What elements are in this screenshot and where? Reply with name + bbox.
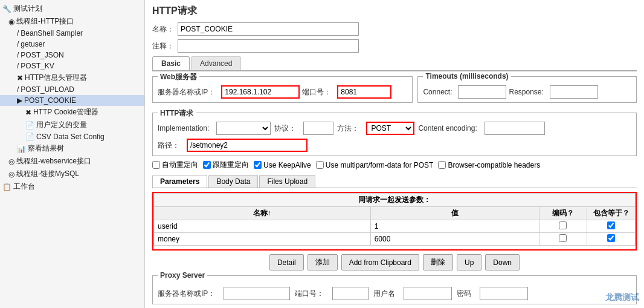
path-input[interactable]	[187, 139, 308, 152]
keepalive-label: Use KeepAlive	[263, 161, 311, 169]
encoding-input[interactable]	[485, 122, 545, 135]
sidebar-item-beanshell[interactable]: / BeanShell Sampler	[0, 28, 144, 39]
proxy-title: Proxy Server	[158, 271, 207, 280]
browser-headers-input[interactable]	[438, 161, 446, 169]
sidebar-item-cookie-manager[interactable]: ✖ HTTP Cookie管理器	[0, 106, 144, 119]
follow-redirect-input[interactable]	[203, 161, 211, 169]
name-input[interactable]	[178, 22, 359, 36]
sidebar-item-getuser[interactable]: / getuser	[0, 39, 144, 50]
tab-files-upload[interactable]: Files Upload	[259, 175, 315, 188]
beanshell-icon: /	[17, 29, 19, 38]
auto-redirect-input[interactable]	[152, 161, 160, 169]
encode-checkbox-2[interactable]	[559, 234, 567, 242]
tab-parameters[interactable]: Parameters	[152, 175, 207, 188]
proxy-server-group: Proxy Server 服务器名称或IP： 端口号： 用户名 密码	[152, 275, 637, 304]
method-label: 方法：	[337, 123, 359, 134]
comment-label: 注释：	[152, 41, 174, 51]
keepalive-checkbox[interactable]: Use KeepAlive	[254, 161, 311, 169]
sidebar-item-http-header[interactable]: ✖ HTTP信息头管理器	[0, 71, 144, 84]
proxy-server-input[interactable]	[224, 287, 290, 300]
params-section-label: 同请求一起发送参数：	[154, 194, 636, 207]
comment-row: 注释：	[152, 39, 637, 53]
port-input[interactable]	[337, 85, 391, 99]
mysql-icon: ◎	[8, 170, 14, 179]
auto-redirect-checkbox[interactable]: 自动重定向	[152, 160, 198, 170]
param-encode-2	[539, 233, 587, 246]
sidebar: 🔧 测试计划 ◉ 线程组-HTTP接口 / BeanShell Sampler …	[0, 0, 145, 308]
implementation-select[interactable]	[216, 122, 271, 135]
param-name-2: money	[154, 233, 371, 246]
post-upload-icon: /	[17, 85, 19, 94]
sidebar-item-post-kv[interactable]: / POST_KV	[0, 61, 144, 71]
impl-label: Implementation:	[158, 124, 209, 133]
inner-tabs: Parameters Body Data Files Upload	[152, 175, 637, 188]
protocol-input[interactable]	[303, 122, 333, 135]
col-value-header: 值	[370, 207, 539, 220]
browser-headers-label: Browser-compatible headers	[448, 161, 540, 169]
sidebar-item-post-json[interactable]: / POST_JSON	[0, 50, 144, 61]
method-select[interactable]: POST GET	[366, 122, 414, 135]
post-cookie-icon: ▶	[17, 96, 22, 105]
connect-input[interactable]	[458, 85, 506, 99]
sidebar-item-result-tree[interactable]: 📊 察看结果树	[0, 142, 144, 155]
keepalive-input[interactable]	[254, 161, 262, 169]
proxy-username-label: 用户名	[373, 289, 395, 299]
page-title: HTTP请求	[152, 5, 637, 18]
http-request-group: HTTP请求 Implementation: 协议： 方法： POST GET …	[152, 113, 637, 156]
auto-redirect-label: 自动重定向	[162, 160, 198, 170]
sidebar-item-csv-config[interactable]: 📄 CSV Data Set Config	[0, 131, 144, 142]
sidebar-item-post-upload[interactable]: / POST_UPLOAD	[0, 84, 144, 95]
sidebar-item-user-variables[interactable]: 📄 用户定义的变量	[0, 119, 144, 131]
add-from-clipboard-button[interactable]: Add from Clipboard	[341, 254, 419, 270]
table-row: money 6000	[154, 233, 636, 246]
col-name-header: 名称↑	[154, 207, 371, 220]
tab-basic[interactable]: Basic	[152, 56, 190, 70]
params-table-container: 同请求一起发送参数： 名称↑ 值 编码？ 包含等于？ userid 1 mone	[152, 192, 637, 251]
main-content: HTTP请求 名称： 注释： Basic Advanced Web服务器 服务器…	[145, 0, 644, 308]
encode-checkbox-1[interactable]	[559, 221, 567, 229]
include-checkbox-2[interactable]	[607, 234, 615, 242]
sidebar-item-thread-group-mysql[interactable]: ◎ 线程组-链接MySQL	[0, 168, 144, 180]
sidebar-item-thread-group-http[interactable]: ◉ 线程组-HTTP接口	[0, 15, 144, 28]
delete-button[interactable]: 删除	[423, 254, 453, 270]
browser-headers-checkbox[interactable]: Browser-compatible headers	[438, 161, 540, 169]
proxy-port-input[interactable]	[332, 287, 369, 300]
response-input[interactable]	[550, 85, 598, 99]
down-button[interactable]: Down	[485, 254, 520, 270]
tab-body-data[interactable]: Body Data	[208, 175, 258, 188]
col-encode-header: 编码？	[539, 207, 587, 220]
user-var-icon: 📄	[25, 121, 34, 129]
http-request-title: HTTP请求	[158, 108, 196, 119]
path-label: 路径：	[158, 140, 179, 151]
server-input[interactable]	[221, 85, 300, 99]
up-button[interactable]: Up	[457, 254, 481, 270]
follow-redirect-checkbox[interactable]: 跟随重定向	[203, 160, 249, 170]
multipart-label: Use multipart/form-data for POST	[326, 161, 434, 169]
protocol-label: 协议：	[274, 123, 296, 134]
port-label: 端口号：	[302, 87, 331, 97]
tab-advanced[interactable]: Advanced	[191, 56, 241, 70]
multipart-input[interactable]	[316, 161, 324, 169]
param-encode-1	[539, 220, 587, 233]
proxy-password-input[interactable]	[480, 287, 528, 300]
col-include-header: 包含等于？	[587, 207, 636, 220]
param-name-1: userid	[154, 220, 371, 233]
param-include-2	[587, 233, 636, 246]
detail-button[interactable]: Detail	[269, 254, 304, 270]
sidebar-item-workspace[interactable]: 📋 工作台	[0, 180, 144, 193]
main-tabs: Basic Advanced	[152, 56, 637, 71]
proxy-server-label: 服务器名称或IP：	[158, 289, 215, 299]
multipart-checkbox[interactable]: Use multipart/form-data for POST	[316, 161, 434, 169]
connect-label: Connect:	[423, 88, 452, 96]
name-row: 名称：	[152, 22, 637, 36]
sidebar-item-post-cookie[interactable]: ▶ POST_COOKIE	[0, 95, 144, 106]
sidebar-item-test-plan[interactable]: 🔧 测试计划	[0, 2, 144, 15]
add-button[interactable]: 添加	[308, 254, 338, 270]
comment-input[interactable]	[178, 39, 359, 53]
include-checkbox-1[interactable]	[607, 221, 615, 229]
getuser-icon: /	[17, 40, 19, 48]
sidebar-item-thread-group-webservice[interactable]: ◎ 线程组-webservice接口	[0, 155, 144, 168]
post-kv-icon: /	[17, 62, 19, 70]
param-value-2: 6000	[370, 233, 539, 246]
proxy-username-input[interactable]	[404, 287, 452, 300]
